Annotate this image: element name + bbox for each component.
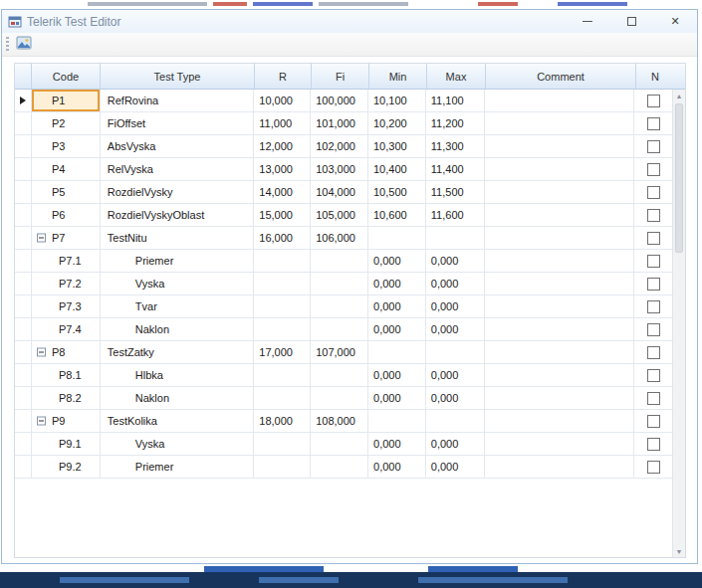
cell-code[interactable]: P2 (32, 112, 101, 135)
cell-code[interactable]: P8 (32, 341, 101, 364)
cell-r[interactable] (254, 250, 311, 273)
cell-code[interactable]: P6 (32, 204, 101, 227)
cell-fi[interactable]: 100,000 (311, 90, 368, 112)
cell-r[interactable]: 13,000 (254, 158, 311, 181)
cell-test-type[interactable]: Priemer (101, 456, 255, 479)
cell-fi[interactable]: 107,000 (311, 341, 368, 364)
row-checkbox[interactable] (647, 346, 660, 359)
cell-r[interactable] (254, 318, 311, 341)
scrollbar-thumb[interactable] (675, 103, 683, 253)
cell-comment[interactable] (485, 456, 634, 479)
cell-max[interactable] (426, 227, 485, 250)
collapse-icon[interactable] (37, 348, 46, 357)
cell-fi[interactable] (311, 456, 368, 479)
cell-code[interactable]: P3 (32, 135, 101, 158)
cell-r[interactable]: 11,000 (254, 112, 311, 135)
column-header-test-type[interactable]: Test Type (101, 64, 255, 89)
cell-r[interactable]: 15,000 (254, 204, 311, 227)
maximize-button[interactable] (609, 10, 653, 33)
column-header-r[interactable]: R (255, 64, 312, 89)
table-row[interactable]: P8.1Hlbka0,0000,000 (15, 364, 672, 387)
table-row[interactable]: P7.1Priemer0,0000,000 (15, 250, 672, 273)
column-header-n[interactable]: N (636, 64, 674, 89)
row-checkbox[interactable] (647, 209, 660, 222)
vertical-scrollbar[interactable]: ▲ ▼ (672, 90, 685, 557)
cell-fi[interactable] (311, 250, 368, 273)
cell-max[interactable]: 11,200 (426, 112, 485, 135)
table-row[interactable]: P9TestKolika18,000108,000 (15, 410, 672, 433)
cell-code[interactable]: P7.1 (32, 250, 101, 273)
cell-r[interactable]: 17,000 (254, 341, 311, 364)
image-tool-button[interactable] (13, 34, 35, 56)
cell-fi[interactable]: 105,000 (311, 204, 368, 227)
cell-comment[interactable] (485, 227, 635, 250)
cell-fi[interactable]: 101,000 (311, 112, 368, 135)
cell-min[interactable]: 0,000 (368, 318, 426, 341)
cell-test-type[interactable]: AbsVyska (101, 135, 255, 158)
cell-max[interactable]: 0,000 (426, 364, 485, 387)
cell-r[interactable] (254, 273, 311, 295)
cell-comment[interactable] (485, 433, 634, 456)
cell-test-type[interactable]: Vyska (101, 273, 255, 295)
cell-r[interactable] (254, 364, 311, 387)
cell-max[interactable]: 11,600 (426, 204, 485, 227)
cell-fi[interactable] (311, 387, 368, 410)
close-button[interactable]: ✕ (653, 10, 697, 33)
cell-r[interactable]: 14,000 (254, 181, 311, 204)
cell-fi[interactable]: 104,000 (311, 181, 368, 204)
cell-comment[interactable] (485, 295, 634, 318)
cell-min[interactable]: 10,200 (368, 112, 426, 135)
cell-min[interactable]: 0,000 (368, 273, 426, 295)
table-row[interactable]: P4RelVyska13,000103,00010,40011,400 (15, 158, 672, 181)
scroll-up-icon[interactable]: ▲ (673, 90, 685, 101)
cell-code[interactable]: P7.2 (32, 273, 101, 295)
cell-fi[interactable] (311, 318, 368, 341)
row-checkbox[interactable] (647, 415, 660, 428)
cell-test-type[interactable]: Priemer (101, 250, 255, 273)
cell-test-type[interactable]: RozdielVyskyOblast (101, 204, 255, 227)
row-checkbox[interactable] (647, 117, 660, 130)
cell-comment[interactable] (485, 387, 634, 410)
table-row[interactable]: P8TestZatky17,000107,000 (15, 341, 672, 364)
row-checkbox[interactable] (647, 278, 660, 291)
table-row[interactable]: P6RozdielVyskyOblast15,000105,00010,6001… (15, 204, 672, 227)
row-checkbox[interactable] (647, 438, 660, 451)
table-row[interactable]: P2FiOffset11,000101,00010,20011,200 (15, 112, 672, 135)
cell-min[interactable]: 10,300 (368, 135, 426, 158)
cell-min[interactable] (368, 410, 426, 433)
cell-fi[interactable] (311, 433, 368, 456)
row-checkbox[interactable] (647, 186, 660, 199)
cell-r[interactable]: 12,000 (254, 135, 311, 158)
cell-comment[interactable] (485, 90, 635, 112)
row-checkbox[interactable] (647, 163, 660, 176)
cell-code[interactable]: P7.4 (32, 318, 101, 341)
cell-code[interactable]: P9.2 (32, 456, 101, 479)
column-header-code[interactable]: Code (32, 64, 101, 89)
cell-test-type[interactable]: RozdielVysky (101, 181, 255, 204)
cell-code[interactable]: P7 (32, 227, 101, 250)
cell-fi[interactable]: 108,000 (311, 410, 368, 433)
row-checkbox[interactable] (647, 300, 660, 313)
cell-comment[interactable] (485, 158, 635, 181)
cell-code[interactable]: P9.1 (32, 433, 101, 456)
cell-fi[interactable] (311, 364, 368, 387)
table-row[interactable]: P8.2Naklon0,0000,000 (15, 387, 672, 410)
table-row[interactable]: P7.4Naklon0,0000,000 (15, 318, 672, 341)
cell-max[interactable]: 11,500 (426, 181, 485, 204)
cell-test-type[interactable]: Vyska (101, 433, 255, 456)
cell-max[interactable]: 11,300 (426, 135, 485, 158)
cell-r[interactable]: 10,000 (254, 90, 311, 112)
cell-comment[interactable] (485, 204, 635, 227)
cell-test-type[interactable]: Naklon (101, 387, 255, 410)
cell-min[interactable]: 10,100 (368, 90, 426, 112)
cell-max[interactable]: 0,000 (426, 273, 485, 295)
column-header-min[interactable]: Min (369, 64, 427, 89)
cell-test-type[interactable]: Hlbka (101, 364, 255, 387)
cell-code[interactable]: P7.3 (32, 295, 101, 318)
cell-min[interactable]: 0,000 (368, 250, 426, 273)
cell-max[interactable]: 11,400 (426, 158, 485, 181)
cell-r[interactable] (254, 456, 311, 479)
cell-min[interactable]: 0,000 (368, 364, 426, 387)
cell-r[interactable] (254, 433, 311, 456)
row-checkbox[interactable] (647, 392, 660, 405)
